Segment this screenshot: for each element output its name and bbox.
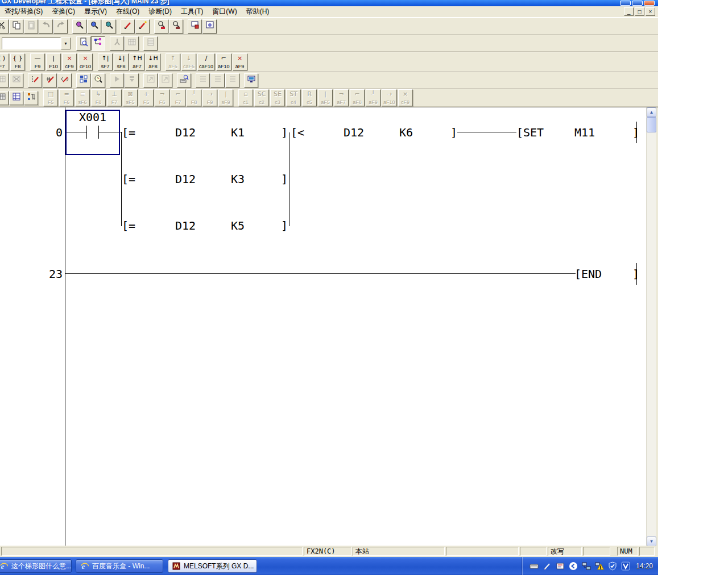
pulse-fall-branch-button[interactable]: ↓HaF8 [146, 53, 160, 70]
falling-pulse-button[interactable]: ↓caF5 [181, 53, 196, 70]
sfc-se-button[interactable]: SEc3 [270, 89, 285, 106]
sfc-r-button[interactable]: Rc5 [302, 89, 317, 106]
step-stop-button[interactable] [125, 73, 139, 88]
keyboard-tray-icon[interactable] [530, 562, 539, 571]
ladder-edit-button[interactable] [43, 73, 57, 88]
taskbar-button-1[interactable]: e这个梯形图什么意... [0, 559, 72, 573]
sfc-step-button[interactable]: □F5 [43, 89, 58, 106]
sfc-route-button[interactable]: →F9 [202, 89, 217, 106]
convert-result-button[interactable]: ⌐aF10 [216, 53, 231, 70]
cut-button[interactable] [0, 19, 9, 34]
sfc-a7-button[interactable]: ¬aF7 [334, 89, 349, 106]
find-string-button[interactable] [102, 19, 116, 34]
antivirus-tray-icon[interactable] [621, 562, 631, 571]
zoom-in-button[interactable] [154, 19, 168, 34]
entry-monitor-button[interactable] [91, 73, 105, 88]
coil-button[interactable]: ( )F7 [0, 53, 9, 70]
menu-item-1[interactable]: 查找/替换(S) [0, 6, 47, 18]
horizontal-line-button[interactable]: —F9 [30, 53, 45, 70]
insert-write-button[interactable] [135, 19, 150, 34]
project-window-button[interactable] [202, 19, 217, 34]
parameter-button[interactable] [110, 36, 124, 51]
sfc-c9-button[interactable]: ×cF9 [398, 89, 413, 106]
pen-input-tray-icon[interactable] [543, 562, 552, 571]
invert-result-button[interactable]: /caF10 [197, 53, 215, 70]
device-comment-button[interactable] [143, 36, 158, 51]
collapse-chevron-icon[interactable] [569, 562, 578, 571]
delete-result-button[interactable]: ×aF9 [233, 53, 247, 70]
step-run-button[interactable] [110, 73, 124, 88]
sfc-jump-button[interactable]: ↳F8 [91, 89, 106, 106]
rising-pulse-button[interactable]: ↑aF5 [166, 53, 180, 70]
network-alert-tray-icon[interactable] [595, 562, 605, 571]
sfc-dummy-step-button[interactable]: =F6 [59, 89, 74, 106]
device-skip-button[interactable] [9, 73, 23, 88]
scroll-thumb[interactable] [647, 117, 656, 132]
find-device-button[interactable] [87, 19, 101, 34]
menu-item-7[interactable]: 窗口(W) [208, 6, 241, 18]
instruction-grid-button[interactable] [76, 73, 90, 88]
taskbar-button-2[interactable]: e百度音乐盒 - Win... [76, 559, 163, 573]
combo-dropdown-button[interactable]: ▼ [61, 38, 71, 49]
device-edit-button[interactable] [57, 73, 72, 88]
pulse-rise-contact-button[interactable]: ↑|sF7 [98, 53, 113, 70]
sfc-c1-button[interactable]: ▫c1 [238, 89, 253, 106]
menu-item-2[interactable]: 变换(C) [47, 6, 80, 18]
project-data-list-button[interactable] [76, 36, 90, 51]
sfc-converge-1-button[interactable]: ⌐F7 [171, 89, 185, 106]
close-button[interactable] [644, 1, 655, 6]
network-tray-icon[interactable] [582, 562, 592, 571]
restore-button[interactable] [632, 1, 643, 6]
data-tree-button[interactable] [91, 36, 105, 51]
sfc-parallel-button[interactable]: ¬F6 [155, 89, 169, 106]
menu-item-5[interactable]: 诊断(D) [144, 6, 176, 18]
device-memory-button[interactable] [125, 36, 139, 51]
mdi-restore-button[interactable]: □ [635, 7, 644, 16]
mdi-minimize-button[interactable]: _ [624, 7, 634, 16]
menu-item-8[interactable]: 帮助(H) [242, 6, 274, 18]
mdi-close-button[interactable]: × [646, 7, 655, 16]
ladder-edit-area[interactable]: 0 X001 [= D12 K1 ] [< D12 K6 ] [SET M11 … [0, 107, 658, 546]
online-change-button[interactable] [28, 73, 42, 88]
redo-button[interactable] [53, 19, 68, 34]
taskbar[interactable]: e这个梯形图什么意...e百度音乐盒 - Win...MELSOFT系列 GX … [0, 557, 658, 575]
sfc-block-step-button[interactable]: ≡sF6 [75, 89, 90, 106]
sfc-a9-button[interactable]: ┘aF9 [366, 89, 380, 106]
sfc-sc-button[interactable]: SCc2 [254, 89, 269, 106]
pulse-rise-branch-button[interactable]: ↑HaF7 [130, 53, 144, 70]
vertical-scrollbar[interactable]: ▲ ▼ [646, 107, 656, 546]
sfc-sort-button[interactable] [24, 91, 38, 105]
monitor-mode-button[interactable] [244, 73, 258, 88]
sfc-end-step-button[interactable]: ⊥F7 [107, 89, 122, 106]
combo-input[interactable] [2, 38, 61, 49]
find-instruction-button[interactable] [177, 73, 191, 88]
scroll-up-button[interactable]: ▲ [647, 107, 656, 117]
inline-monitor-1-button[interactable] [196, 73, 210, 88]
pulse-fall-contact-button[interactable]: ↓|sF8 [114, 53, 129, 70]
inline-monitor-3-button[interactable] [225, 73, 239, 88]
find-button[interactable] [72, 19, 86, 34]
sfc-a5-button[interactable]: |aF5 [318, 89, 333, 106]
jump-write-button[interactable] [158, 73, 172, 88]
sfc-a8-button[interactable]: ⌐aF8 [350, 89, 365, 106]
split-screen-button[interactable] [188, 19, 202, 34]
copy-button[interactable] [9, 19, 23, 34]
sfc-partial-button[interactable] [0, 91, 9, 105]
paste-button[interactable] [24, 19, 38, 34]
menu-item-3[interactable]: 显示(V) [80, 6, 111, 18]
minimize-button[interactable] [620, 1, 631, 6]
sfc-converge-2-button[interactable]: ┘F8 [187, 89, 201, 106]
zoom-out-button[interactable] [169, 19, 183, 34]
security-shield-tray-icon[interactable] [608, 562, 618, 571]
menu-item-4[interactable]: 在线(O) [111, 6, 144, 18]
delete-vertical-line-button[interactable]: ×cF10 [78, 53, 93, 70]
scroll-down-button[interactable]: ▼ [647, 537, 656, 546]
ime-tray-icon[interactable] [556, 562, 565, 571]
sfc-line-button[interactable]: |sF9 [218, 89, 233, 106]
sfc-st-button[interactable]: STc4 [286, 89, 301, 106]
menu-item-6[interactable]: 工具(T) [176, 6, 208, 18]
write-mode-button[interactable] [121, 19, 135, 34]
sfc-transition-button[interactable]: ⊠sF5 [123, 89, 138, 106]
taskbar-button-3[interactable]: MELSOFT系列 GX D... [168, 559, 257, 573]
sfc-a10-button[interactable]: →aF10 [382, 89, 397, 106]
